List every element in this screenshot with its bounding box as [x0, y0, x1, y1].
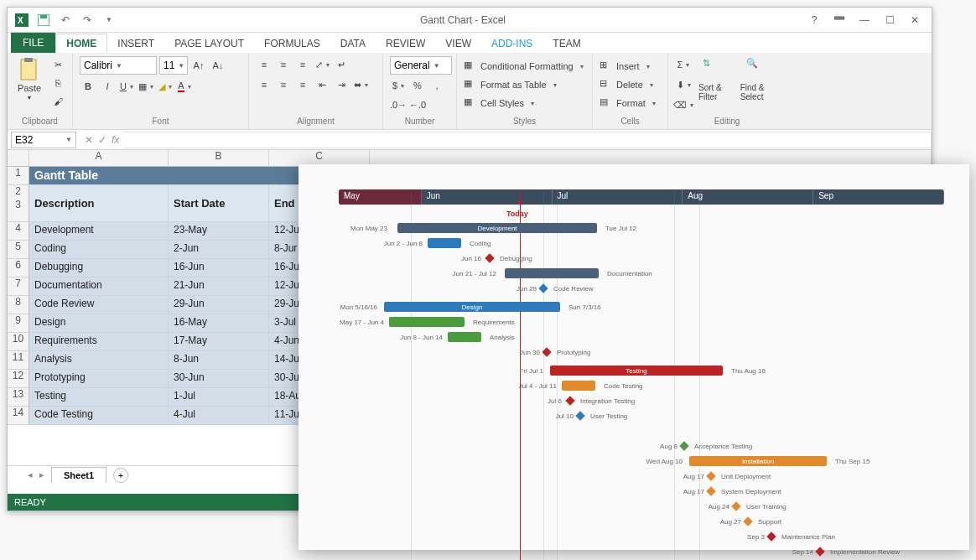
cell-description[interactable]: Development [29, 222, 169, 241]
save-icon[interactable] [34, 11, 53, 29]
sheet-nav-prev-icon[interactable]: ◂ [28, 469, 33, 480]
cell-start-date[interactable]: 2-Jun [169, 241, 269, 259]
increase-decimal-icon[interactable]: .0→ [390, 96, 407, 113]
tab-data[interactable]: DATA [330, 34, 376, 53]
decrease-decimal-icon[interactable]: ←.0 [409, 96, 426, 113]
cell-start-date[interactable]: 21-Jun [169, 277, 269, 296]
fill-color-button[interactable]: ◢▾ [157, 78, 174, 95]
cell-start-date[interactable]: 16-Jun [169, 259, 269, 277]
cut-icon[interactable]: ✂ [49, 56, 66, 73]
decrease-indent-icon[interactable]: ⇤ [314, 76, 330, 93]
tab-team[interactable]: TEAM [543, 34, 590, 53]
delete-cells-button[interactable]: ⊟Delete▾ [600, 78, 653, 91]
help-icon[interactable]: ? [802, 11, 826, 29]
row-header[interactable]: 1 [8, 167, 29, 185]
cell-start-date[interactable]: 4-Jul [169, 407, 269, 425]
qat-dropdown-icon[interactable]: ▼ [100, 11, 118, 29]
fx-icon[interactable]: fx [112, 134, 119, 146]
wrap-text-icon[interactable]: ↵ [333, 56, 350, 73]
row-header[interactable]: 23 [8, 185, 29, 222]
minimize-icon[interactable]: — [853, 11, 876, 29]
cell-description[interactable]: Code Review [29, 296, 169, 314]
undo-icon[interactable]: ↶ [56, 11, 75, 29]
percent-icon[interactable]: % [409, 77, 426, 94]
add-sheet-button[interactable]: + [113, 468, 128, 483]
tab-insert[interactable]: INSERT [107, 34, 164, 53]
format-painter-icon[interactable]: 🖌 [49, 93, 66, 110]
header-description[interactable]: Description [29, 185, 169, 222]
font-color-button[interactable]: A▾ [176, 78, 193, 95]
insert-cells-button[interactable]: ⊞Insert▾ [600, 60, 650, 73]
cell-description[interactable]: Coding [29, 241, 169, 259]
comma-icon[interactable]: , [428, 77, 445, 94]
italic-button[interactable]: I [99, 78, 116, 95]
orientation-icon[interactable]: ⤢▾ [314, 56, 330, 73]
clear-icon[interactable]: ⌫▾ [675, 96, 692, 113]
format-cells-button[interactable]: ▤Format▾ [600, 96, 656, 110]
tab-home[interactable]: HOME [55, 34, 107, 54]
tab-page-layout[interactable]: PAGE LAYOUT [164, 34, 254, 53]
col-header-b[interactable]: B [169, 150, 269, 167]
cell-description[interactable]: Analysis [29, 351, 169, 370]
underline-button[interactable]: U▾ [118, 78, 135, 95]
cell-start-date[interactable]: 1-Jul [169, 388, 269, 407]
cell-styles-button[interactable]: ▦Cell Styles▾ [464, 96, 534, 110]
paste-button[interactable]: Paste ▼ [14, 56, 44, 102]
row-header[interactable]: 11 [8, 351, 29, 370]
align-center-icon[interactable]: ≡ [275, 76, 292, 93]
currency-icon[interactable]: $▾ [390, 77, 407, 94]
merge-center-icon[interactable]: ⬌▾ [352, 76, 369, 93]
col-header-a[interactable]: A [29, 150, 169, 167]
align-right-icon[interactable]: ≡ [294, 76, 311, 93]
row-header[interactable]: 10 [8, 333, 29, 351]
cell-description[interactable]: Design [29, 314, 169, 333]
cell-description[interactable]: Prototyping [29, 370, 169, 388]
font-name-combo[interactable]: Calibri▼ [80, 56, 157, 75]
increase-font-icon[interactable]: A↑ [190, 57, 207, 74]
cell-description[interactable]: Documentation [29, 277, 169, 296]
cell-description[interactable]: Requirements [29, 333, 169, 351]
redo-icon[interactable]: ↷ [78, 11, 96, 29]
enter-formula-icon[interactable]: ✓ [98, 134, 106, 146]
select-all-corner[interactable] [8, 150, 29, 167]
tab-formulas[interactable]: FORMULAS [254, 34, 330, 53]
tab-view[interactable]: VIEW [435, 34, 481, 53]
cell-description[interactable]: Debugging [29, 259, 169, 277]
sort-filter-button[interactable]: ⇅ Sort & Filter [695, 56, 734, 103]
row-header[interactable]: 12 [8, 370, 29, 388]
tab-file[interactable]: FILE [11, 33, 55, 53]
row-header[interactable]: 13 [8, 388, 29, 407]
cell-description[interactable]: Testing [29, 388, 169, 407]
cell-start-date[interactable]: 16-May [169, 314, 269, 333]
cell-description[interactable]: Code Testing [29, 407, 169, 425]
conditional-formatting-button[interactable]: ▦Conditional Formatting▾ [464, 60, 584, 73]
format-as-table-button[interactable]: ▦Format as Table▾ [464, 78, 557, 91]
row-header[interactable]: 6 [8, 259, 29, 277]
bold-button[interactable]: B [80, 78, 96, 95]
row-header[interactable]: 7 [8, 277, 29, 296]
font-size-combo[interactable]: 11▼ [159, 56, 188, 75]
cell-start-date[interactable]: 30-Jun [169, 370, 269, 388]
maximize-icon[interactable]: ☐ [878, 11, 901, 29]
align-middle-icon[interactable]: ≡ [275, 56, 292, 73]
sheet-nav-next-icon[interactable]: ▸ [39, 469, 44, 480]
find-select-button[interactable]: 🔍 Find & Select [737, 56, 779, 103]
autosum-icon[interactable]: Σ▾ [675, 56, 692, 73]
copy-icon[interactable]: ⎘ [49, 75, 66, 91]
row-header[interactable]: 4 [8, 222, 29, 241]
cell-start-date[interactable]: 29-Jun [169, 296, 269, 314]
align-top-icon[interactable]: ≡ [256, 56, 273, 73]
increase-indent-icon[interactable]: ⇥ [333, 76, 350, 93]
align-bottom-icon[interactable]: ≡ [294, 56, 311, 73]
name-box[interactable]: E32▼ [11, 132, 76, 148]
cell-start-date[interactable]: 23-May [169, 222, 269, 241]
row-header[interactable]: 5 [8, 241, 29, 259]
tab-review[interactable]: REVIEW [376, 34, 435, 53]
row-header[interactable]: 9 [8, 314, 29, 333]
header-start-date[interactable]: Start Date [169, 185, 269, 222]
cancel-formula-icon[interactable]: ✕ [85, 134, 93, 146]
close-icon[interactable]: ✕ [903, 11, 927, 29]
row-header[interactable]: 8 [8, 296, 29, 314]
excel-icon[interactable]: X [13, 11, 31, 29]
border-button[interactable]: ▦▾ [138, 78, 154, 95]
